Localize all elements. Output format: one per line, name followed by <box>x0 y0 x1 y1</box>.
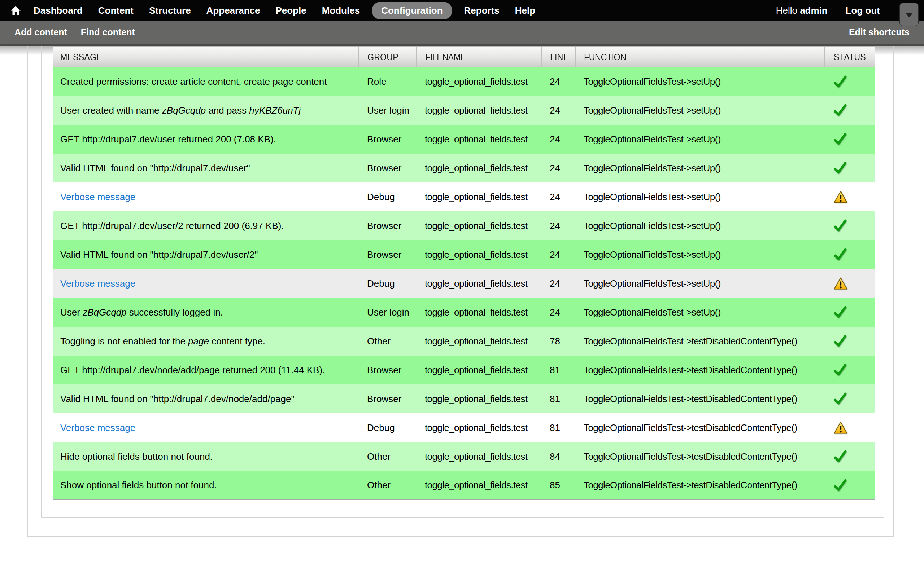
pass-check-icon <box>834 103 847 117</box>
cell-status <box>824 182 875 211</box>
logout-link[interactable]: Log out <box>846 5 880 16</box>
table-row: Toggling is not enabled for the page con… <box>53 327 875 356</box>
message-text: Toggling is not enabled for the <box>60 336 188 347</box>
cell-filename: toggle_optional_fields.test <box>417 298 541 327</box>
cell-message: Verbose message <box>53 413 359 442</box>
home-icon <box>10 5 21 16</box>
message-italic-text: zBqGcqdp <box>162 105 206 116</box>
message-text: Valid HTML found on "http://drupal7.dev/… <box>60 163 250 174</box>
pass-check-icon <box>834 132 847 146</box>
cell-group: Role <box>359 67 417 96</box>
shortcut-add-content[interactable]: Add content <box>15 27 67 37</box>
cell-message: User zBqGcqdp successfully logged in. <box>53 298 359 327</box>
cell-message: Valid HTML found on "http://drupal7.dev/… <box>53 240 359 269</box>
menu-item-reports[interactable]: Reports <box>464 5 499 16</box>
cell-line: 81 <box>541 413 575 442</box>
cell-filename: toggle_optional_fields.test <box>417 442 541 471</box>
pass-check-icon <box>834 161 847 175</box>
cell-function: ToggleOptionalFieldsTest->setUp() <box>575 67 824 96</box>
message-italic-text: page <box>188 336 209 347</box>
cell-line: 85 <box>541 471 575 500</box>
cell-line: 24 <box>541 67 575 96</box>
cell-line: 24 <box>541 182 575 211</box>
cell-message: Toggling is not enabled for the page con… <box>53 327 359 356</box>
cell-filename: toggle_optional_fields.test <box>417 327 541 356</box>
verbose-message-link[interactable]: Verbose message <box>60 278 135 289</box>
cell-function: ToggleOptionalFieldsTest->setUp() <box>575 182 824 211</box>
page-content: MESSAGE GROUP FILENAME LINE FUNCTION STA… <box>0 46 924 577</box>
verbose-message-link[interactable]: Verbose message <box>60 422 135 433</box>
pass-check-icon <box>834 363 847 377</box>
cell-group: Browser <box>359 384 417 413</box>
cell-status <box>824 154 875 182</box>
user-account-link[interactable]: Hello admin <box>776 5 828 16</box>
cell-status <box>824 96 875 125</box>
cell-line: 24 <box>541 298 575 327</box>
cell-line: 24 <box>541 125 575 154</box>
menu-item-modules[interactable]: Modules <box>322 5 360 16</box>
table-row: Verbose message Debug toggle_optional_fi… <box>53 182 875 211</box>
menu-item-appearance[interactable]: Appearance <box>207 5 260 16</box>
menu-item-content[interactable]: Content <box>98 5 134 16</box>
table-row: Valid HTML found on "http://drupal7.dev/… <box>53 154 875 182</box>
table-row: Verbose message Debug toggle_optional_fi… <box>53 413 875 442</box>
cell-group: User login <box>359 96 417 125</box>
cell-filename: toggle_optional_fields.test <box>417 67 541 96</box>
cell-group: Debug <box>359 182 417 211</box>
pass-check-icon <box>834 479 847 492</box>
cell-status <box>824 327 875 356</box>
verbose-message-link[interactable]: Verbose message <box>60 192 135 202</box>
warning-icon <box>834 277 848 290</box>
shortcut-bar: Add content Find content Edit shortcuts <box>0 21 924 46</box>
warning-icon <box>834 190 848 204</box>
message-italic-text: zBqGcqdp <box>82 307 126 318</box>
column-header-function: FUNCTION <box>575 47 824 67</box>
column-header-group: GROUP <box>359 47 417 67</box>
cell-function: ToggleOptionalFieldsTest->setUp() <box>575 240 824 269</box>
greeting-prefix: Hello <box>776 5 797 16</box>
cell-group: Other <box>359 442 417 471</box>
cell-filename: toggle_optional_fields.test <box>417 413 541 442</box>
cell-filename: toggle_optional_fields.test <box>417 96 541 125</box>
shortcut-find-content[interactable]: Find content <box>81 27 135 37</box>
chevron-down-icon <box>905 13 913 17</box>
table-row: Valid HTML found on "http://drupal7.dev/… <box>53 384 875 413</box>
cell-line: 24 <box>541 154 575 182</box>
menu-item-configuration[interactable]: Configuration <box>372 2 452 19</box>
menu-item-help[interactable]: Help <box>515 5 535 16</box>
cell-function: ToggleOptionalFieldsTest->testDisabledCo… <box>575 413 824 442</box>
table-row: User zBqGcqdp successfully logged in. Us… <box>53 298 875 327</box>
cell-function: ToggleOptionalFieldsTest->setUp() <box>575 154 824 182</box>
message-text: content type. <box>209 336 265 347</box>
cell-function: ToggleOptionalFieldsTest->testDisabledCo… <box>575 442 824 471</box>
pass-check-icon <box>834 450 847 463</box>
message-text: Show optional fields button not found. <box>60 480 217 490</box>
message-text: GET http://drupal7.dev/user/2 returned 2… <box>60 220 284 231</box>
edit-shortcuts-link[interactable]: Edit shortcuts <box>849 27 909 37</box>
column-header-message: MESSAGE <box>53 47 359 67</box>
message-italic-text: hyKBZ6unTj <box>249 105 300 116</box>
cell-line: 78 <box>541 327 575 356</box>
cell-filename: toggle_optional_fields.test <box>417 269 541 298</box>
home-button[interactable] <box>10 5 21 16</box>
cell-group: User login <box>359 298 417 327</box>
menu-item-structure[interactable]: Structure <box>149 5 191 16</box>
cell-message: Show optional fields button not found. <box>53 471 359 500</box>
column-header-filename: FILENAME <box>417 47 541 67</box>
cell-group: Browser <box>359 154 417 182</box>
cell-function: ToggleOptionalFieldsTest->testDisabledCo… <box>575 327 824 356</box>
cell-message: Verbose message <box>53 269 359 298</box>
cell-status <box>824 298 875 327</box>
menu-item-dashboard[interactable]: Dashboard <box>34 5 82 16</box>
warning-icon <box>834 421 848 435</box>
cell-filename: toggle_optional_fields.test <box>417 125 541 154</box>
message-text: Created permissions: create article cont… <box>60 76 327 87</box>
menu-item-people[interactable]: People <box>275 5 306 16</box>
pass-check-icon <box>834 248 847 261</box>
toolbar-right: Hello admin Log out <box>776 0 880 21</box>
cell-group: Debug <box>359 413 417 442</box>
message-text: User <box>60 307 82 318</box>
cell-group: Browser <box>359 125 417 154</box>
cell-message: Valid HTML found on "http://drupal7.dev/… <box>53 154 359 182</box>
toolbar-toggle-button[interactable] <box>900 3 919 26</box>
